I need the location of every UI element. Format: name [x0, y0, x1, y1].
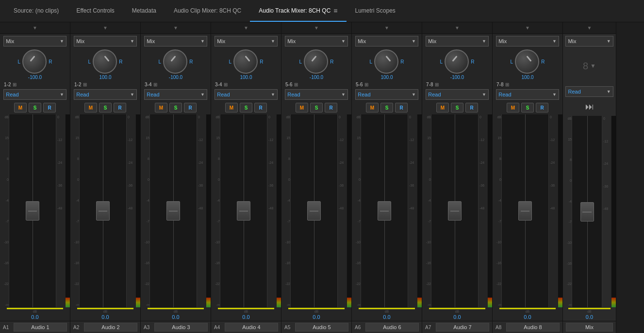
record-button[interactable]: R: [114, 103, 126, 112]
solo-button[interactable]: S: [451, 103, 463, 112]
read-dropdown[interactable]: Read ▼: [355, 89, 418, 100]
fader-handle[interactable]: [26, 201, 39, 221]
channel-name[interactable]: Mix: [566, 323, 613, 332]
read-dropdown[interactable]: Read ▼: [74, 89, 137, 100]
record-button[interactable]: R: [325, 103, 337, 112]
solo-button[interactable]: S: [29, 103, 41, 112]
channel-name[interactable]: Audio 1: [14, 323, 67, 332]
mix-dropdown[interactable]: Mix ▼: [144, 36, 207, 47]
tab-audio-clip-mixer[interactable]: Audio Clip Mixer: 8CH QC: [165, 0, 250, 22]
channel-a7: ▼ Mix ▼ L R -100.0 7-8 ⊞ Read ▼ M S: [422, 22, 493, 333]
read-dropdown[interactable]: Read ▼: [426, 89, 489, 100]
pan-knob[interactable]: [163, 49, 187, 74]
channel-name[interactable]: Audio 3: [154, 323, 208, 332]
channel-name[interactable]: Audio 7: [436, 323, 489, 332]
fader-handle[interactable]: [580, 202, 594, 222]
pan-knob[interactable]: [22, 49, 47, 74]
solo-button[interactable]: S: [169, 103, 182, 112]
mix-dropdown[interactable]: Mix ▼: [74, 36, 137, 47]
record-button[interactable]: R: [43, 103, 56, 112]
tab-lumetri-scopes[interactable]: Lumetri Scopes: [347, 0, 404, 22]
fader-handle[interactable]: [307, 201, 321, 221]
fader-handle[interactable]: [378, 201, 391, 221]
tab-audio-track-mixer[interactable]: Audio Track Mixer: 8CH QC ≡: [250, 0, 346, 22]
collapse-row: ▼: [422, 22, 492, 34]
collapse-row: ▼: [281, 22, 351, 34]
fader-handle[interactable]: [237, 201, 250, 221]
mute-button[interactable]: M: [296, 103, 308, 112]
vu-indicator: [148, 308, 203, 309]
read-dropdown[interactable]: Read ▼: [3, 89, 66, 100]
pan-knob[interactable]: [304, 49, 328, 74]
solo-button[interactable]: S: [380, 103, 393, 112]
tab-source[interactable]: Source: (no clips): [5, 0, 67, 22]
channel-name[interactable]: Audio 6: [365, 323, 419, 332]
pan-knob[interactable]: [374, 49, 398, 74]
fader-handle[interactable]: [96, 201, 110, 221]
channel-name[interactable]: Audio 2: [84, 323, 137, 332]
collapse-arrow[interactable]: ▼: [587, 25, 592, 31]
collapse-arrow[interactable]: ▼: [384, 25, 389, 31]
mute-button[interactable]: M: [436, 103, 449, 112]
pan-knob[interactable]: [445, 49, 469, 74]
mix-dropdown[interactable]: Mix ▼: [215, 36, 278, 47]
mix-dropdown[interactable]: Mix ▼: [496, 36, 559, 47]
mix-dropdown[interactable]: Mix ▼: [355, 36, 418, 47]
solo-button[interactable]: S: [99, 103, 112, 112]
pan-knob[interactable]: [515, 49, 539, 74]
routing-label: 5-6: [285, 82, 292, 87]
channel-name[interactable]: Audio 8: [506, 323, 560, 332]
read-dropdown[interactable]: Read ▼: [496, 89, 559, 100]
vol-value: 0.0: [524, 314, 531, 320]
channel-name[interactable]: Audio 5: [295, 323, 348, 332]
msr-row: M S R: [84, 103, 126, 112]
db-scale-right: 0 -12 -24 -36 -48: [127, 114, 135, 307]
collapse-arrow[interactable]: ▼: [455, 25, 460, 31]
pan-value: 100.0: [521, 75, 533, 80]
collapse-arrow[interactable]: ▼: [103, 25, 108, 31]
mute-button[interactable]: M: [366, 103, 379, 112]
mute-button[interactable]: M: [507, 103, 519, 112]
solo-button[interactable]: S: [310, 103, 323, 112]
skip-button[interactable]: ⏭: [585, 102, 594, 112]
record-button[interactable]: R: [395, 103, 408, 112]
pan-area: L R -100.0: [281, 47, 351, 81]
collapse-arrow[interactable]: ▼: [244, 25, 248, 31]
tab-metadata[interactable]: Metadata: [123, 0, 165, 22]
read-dropdown[interactable]: Read ▼: [565, 86, 613, 97]
read-dropdown[interactable]: Read ▼: [285, 89, 348, 100]
channel-name[interactable]: Audio 4: [225, 323, 278, 332]
record-button[interactable]: R: [536, 103, 548, 112]
record-button[interactable]: R: [465, 103, 478, 112]
record-button[interactable]: R: [184, 103, 197, 112]
mix-dropdown[interactable]: Mix ▼: [3, 36, 66, 47]
solo-button[interactable]: S: [521, 103, 534, 112]
solo-button[interactable]: S: [240, 103, 252, 112]
mix-dropdown[interactable]: Mix ▼: [565, 36, 613, 47]
record-button[interactable]: R: [254, 103, 267, 112]
collapse-arrow[interactable]: ▼: [525, 25, 530, 31]
vu-indicator: [7, 308, 63, 309]
mix-dropdown[interactable]: Mix ▼: [426, 36, 489, 47]
tab-menu-icon[interactable]: ≡: [333, 7, 337, 15]
read-dropdown[interactable]: Read ▼: [215, 89, 278, 100]
mute-button[interactable]: M: [84, 103, 97, 112]
pan-knob[interactable]: [93, 49, 117, 74]
fader-handle[interactable]: [166, 201, 180, 221]
fader-handle[interactable]: [518, 201, 532, 221]
fader-container: dB 15 8 0 -4 -7 -10 -16 -22 -∞ 0 -12 -24…: [563, 116, 616, 307]
fader-handle[interactable]: [448, 201, 462, 221]
mute-button[interactable]: M: [155, 103, 167, 112]
mix-dropdown[interactable]: Mix ▼: [285, 36, 348, 47]
collapse-arrow[interactable]: ▼: [173, 25, 178, 31]
mute-button[interactable]: M: [225, 103, 238, 112]
collapse-arrow[interactable]: ▼: [33, 25, 37, 31]
db-scale-left: dB 15 8 0 -4 -7 -10 -16 -22 -∞: [211, 114, 220, 307]
mute-button[interactable]: M: [14, 103, 27, 112]
tab-effect-controls[interactable]: Effect Controls: [67, 0, 123, 22]
read-dropdown[interactable]: Read ▼: [144, 89, 207, 100]
collapse-arrow[interactable]: ▼: [314, 25, 319, 31]
db-scale-left: dB 15 8 0 -4 -7 -10 -16 -22 -∞: [281, 114, 290, 307]
pan-knob[interactable]: [233, 49, 258, 74]
channel-a3: ▼ Mix ▼ L R -100.0 3-4 ⊞ Read ▼ M S: [141, 22, 211, 333]
